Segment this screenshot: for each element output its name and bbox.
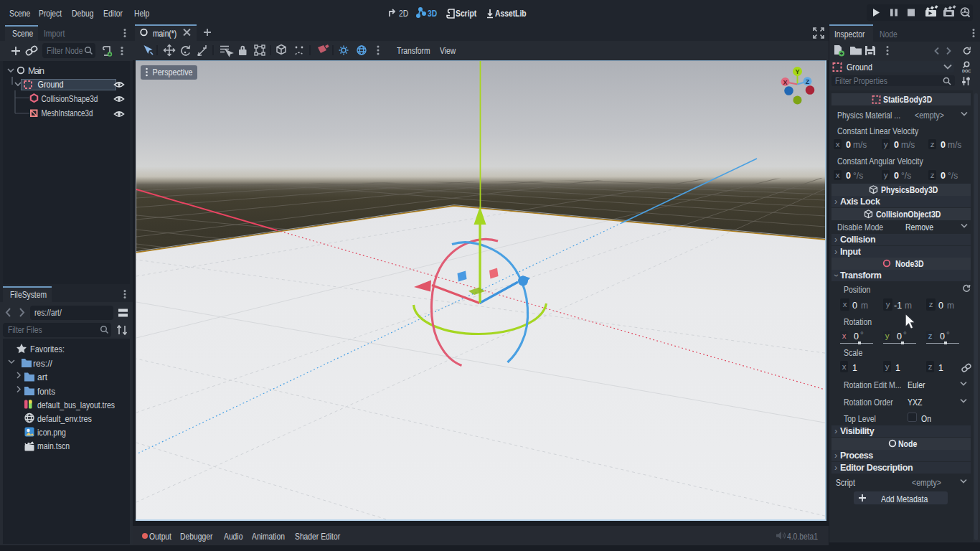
svg-text:Z: Z: [806, 78, 810, 85]
svg-text:default_bus_layout.tres: default_bus_layout.tres: [37, 400, 115, 410]
svg-text:DOC: DOC: [962, 69, 971, 73]
svg-text:art: art: [37, 372, 47, 382]
svg-text:fonts: fonts: [37, 387, 55, 397]
svg-text:icon.png: icon.png: [37, 428, 66, 438]
svg-text:CollisionShape3d: CollisionShape3d: [42, 94, 98, 104]
svg-text:Favorites:: Favorites:: [30, 344, 65, 354]
svg-text:Ground: Ground: [38, 80, 64, 90]
svg-text:res://: res://: [33, 359, 52, 369]
svg-text:MeshInstance3d: MeshInstance3d: [42, 108, 93, 118]
svg-text:default_env.tres: default_env.tres: [37, 414, 92, 424]
svg-text:Y: Y: [795, 68, 799, 75]
svg-text:Main: Main: [28, 66, 44, 76]
svg-text:main.tscn: main.tscn: [37, 441, 70, 451]
svg-text:Perspective: Perspective: [153, 67, 193, 77]
svg-text:X: X: [783, 79, 787, 86]
